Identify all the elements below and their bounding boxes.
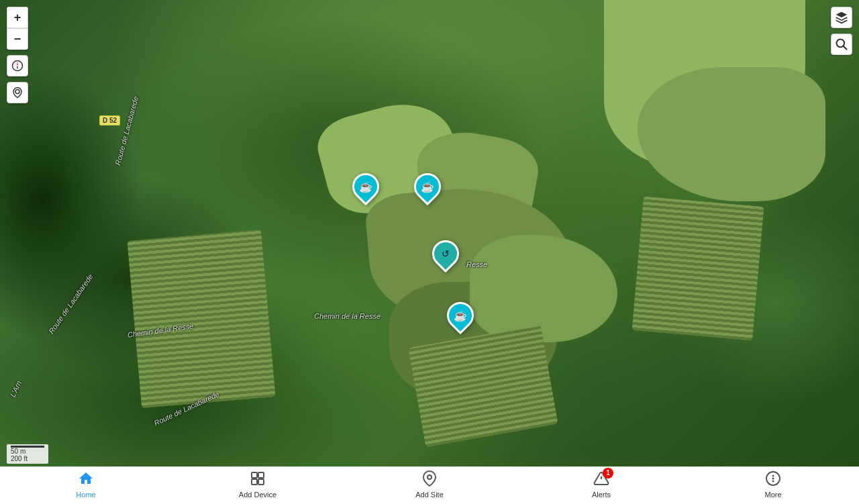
vineyard-area xyxy=(632,197,764,341)
road-marker: D 52 xyxy=(99,115,120,125)
map-container: D 52 Route de Lacabarede Route de Lacaba… xyxy=(0,0,859,504)
svg-point-10 xyxy=(427,475,432,479)
nav-item-alerts[interactable]: 1 Alerts xyxy=(515,467,687,504)
add-site-icon xyxy=(421,470,438,489)
search-button[interactable] xyxy=(831,34,852,55)
map-pin-4[interactable]: ☕ xyxy=(447,302,474,329)
scale-label-meters: 50 m xyxy=(11,448,44,455)
compass-button[interactable] xyxy=(7,55,28,77)
nav-item-add-site[interactable]: Add Site xyxy=(344,467,515,504)
svg-rect-6 xyxy=(252,472,257,478)
zoom-out-icon: − xyxy=(14,32,21,46)
svg-point-3 xyxy=(15,90,19,94)
svg-marker-2 xyxy=(17,66,19,70)
nav-label-home: Home xyxy=(76,491,95,499)
map-pin-1[interactable]: ☕ xyxy=(352,173,379,200)
nav-label-add-site: Add Site xyxy=(415,491,444,499)
layers-button[interactable] xyxy=(831,7,852,28)
zoom-controls: + − xyxy=(7,7,28,50)
nav-item-home[interactable]: Home xyxy=(0,467,172,504)
add-device-icon xyxy=(250,470,266,489)
nav-label-alerts: Alerts xyxy=(592,491,611,499)
map-controls-left: + − xyxy=(7,7,28,103)
zoom-out-button[interactable]: − xyxy=(7,28,28,50)
svg-line-5 xyxy=(844,46,847,50)
compass-icon xyxy=(11,60,23,72)
nav-item-more[interactable]: More xyxy=(687,467,859,504)
zoom-in-icon: + xyxy=(14,11,21,25)
vineyard-area xyxy=(127,230,275,408)
zoom-in-button[interactable]: + xyxy=(7,7,28,28)
location-button[interactable] xyxy=(7,82,28,103)
scale-indicator: 50 m 200 ft xyxy=(7,444,48,464)
svg-rect-9 xyxy=(258,479,264,485)
bottom-nav: Home Add Device Add Site xyxy=(0,466,859,504)
nav-item-add-device[interactable]: Add Device xyxy=(172,467,344,504)
svg-marker-1 xyxy=(17,62,19,66)
more-icon xyxy=(765,470,781,489)
svg-rect-8 xyxy=(252,479,257,485)
home-icon xyxy=(78,470,94,489)
nav-label-more: More xyxy=(764,491,781,499)
nav-label-add-device: Add Device xyxy=(239,491,276,499)
layers-icon xyxy=(835,11,848,24)
svg-rect-7 xyxy=(258,472,264,478)
alerts-icon: 1 xyxy=(593,470,609,489)
alerts-badge: 1 xyxy=(603,468,613,478)
scale-label-feet: 200 ft xyxy=(11,455,44,462)
map-pin-3[interactable]: ↺ xyxy=(432,240,459,267)
search-icon xyxy=(835,38,848,51)
map-controls-right xyxy=(831,7,852,55)
location-icon xyxy=(11,87,23,99)
map-pin-2[interactable]: ☕ xyxy=(414,173,441,200)
